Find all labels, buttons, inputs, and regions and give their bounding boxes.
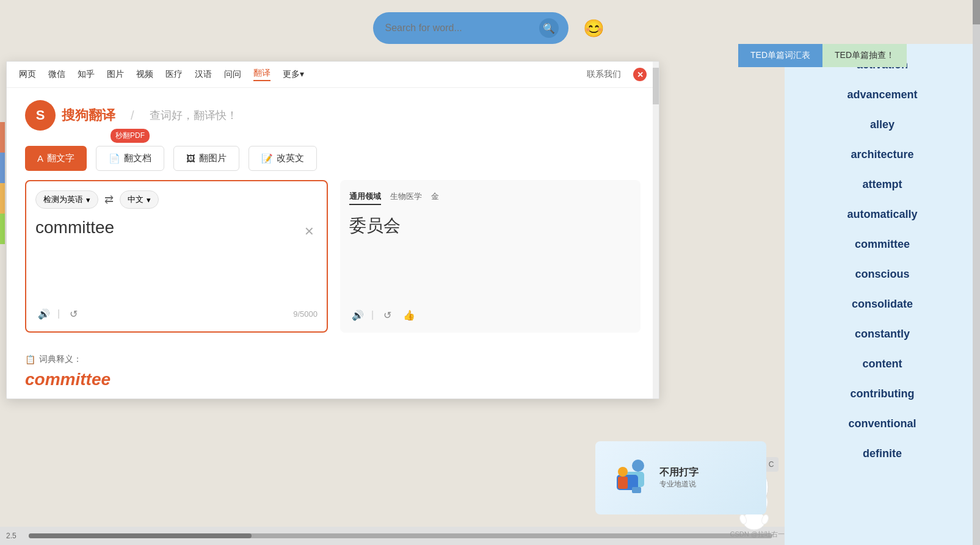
tool-button-row: A 翻文字 秒翻PDF 📄 翻文档 🖼 翻图片 📝 改英文	[7, 140, 659, 180]
logo-icon: S	[25, 100, 56, 131]
nav-video[interactable]: 视频	[136, 69, 153, 80]
word-item-conventional[interactable]: conventional	[785, 409, 980, 439]
word-item-conscious[interactable]: conscious	[785, 259, 980, 289]
improve-english-button[interactable]: 📝 改英文	[249, 146, 317, 171]
improve-icon: 📝	[261, 153, 273, 164]
dict-label: 📋 词典释义：	[25, 354, 641, 365]
nav-zhihu[interactable]: 知乎	[78, 69, 95, 80]
close-button[interactable]: ✕	[633, 68, 647, 81]
domain-finance[interactable]: 金	[431, 189, 439, 205]
ted-vocab-button[interactable]: TED单篇词汇表	[738, 44, 822, 67]
nav-contact[interactable]: 联系我们	[587, 69, 621, 80]
source-lang-dropdown-icon: ▾	[86, 195, 90, 204]
nav-more-dropdown[interactable]: 更多▾	[283, 69, 304, 80]
char-count-display: 9/5000	[293, 309, 318, 319]
popup-scrollbar-thumb[interactable]	[653, 68, 659, 104]
domain-tab-row: 通用领域 生物医学 金	[349, 189, 631, 205]
nav-wechat[interactable]: 微信	[48, 69, 65, 80]
nav-chinese[interactable]: 汉语	[195, 69, 212, 80]
main-scrollbar-track	[973, 0, 980, 545]
translate-text-icon: A	[37, 153, 43, 164]
nav-image[interactable]: 图片	[107, 69, 124, 80]
clear-text-icon[interactable]: ✕	[304, 224, 314, 239]
word-item-constantly[interactable]: constantly	[785, 319, 980, 349]
ad-subtitle: 专业地道说	[659, 479, 757, 489]
nav-translate[interactable]: 翻译	[253, 68, 270, 81]
pdf-badge: 秒翻PDF	[111, 129, 150, 143]
source-lang-label: 检测为英语	[43, 194, 83, 205]
source-header: 检测为英语 ▾ ⇄ 中文 ▾	[35, 190, 318, 209]
refresh-icon-button[interactable]: 😊	[581, 15, 608, 42]
footer-separator-1: |	[57, 308, 60, 319]
word-item-committee[interactable]: committee	[785, 229, 980, 259]
word-item-automatically[interactable]: automatically	[785, 200, 980, 229]
domain-biomedical[interactable]: 生物医学	[390, 189, 422, 205]
improve-english-label: 改英文	[277, 153, 304, 164]
target-lang-dropdown-icon: ▾	[147, 195, 151, 204]
target-speaker-button[interactable]: 🔊	[349, 306, 366, 323]
svg-rect-5	[618, 477, 628, 489]
logo-slogan: 查词好，翻译快！	[150, 108, 238, 123]
swap-languages-icon[interactable]: ⇄	[104, 193, 114, 206]
translate-text-label: 翻文字	[47, 153, 74, 164]
translate-image-label: 翻图片	[199, 153, 227, 164]
dictionary-section: 📋 词典释义： committee	[7, 345, 659, 399]
ted-button-group: TED单篇词汇表 TED单篇抽查！	[738, 44, 907, 67]
word-item-consolidate[interactable]: consolidate	[785, 289, 980, 319]
translation-area: 检测为英语 ▾ ⇄ 中文 ▾ committee ✕ 🔊 | ↺ 9/5000	[7, 180, 659, 345]
main-scrollbar-thumb[interactable]	[973, 0, 980, 24]
ad-figure-image	[604, 453, 653, 502]
word-item-contributing[interactable]: contributing	[785, 379, 980, 409]
ad-title: 不用打字	[659, 466, 757, 479]
word-item-alley[interactable]: alley	[785, 110, 980, 140]
word-item-content[interactable]: content	[785, 349, 980, 379]
top-search-bar: 🔍 😊	[0, 12, 980, 44]
translate-doc-label: 翻文档	[124, 153, 151, 164]
source-text-box: 检测为英语 ▾ ⇄ 中文 ▾ committee ✕ 🔊 | ↺ 9/5000	[25, 180, 328, 333]
translate-image-button[interactable]: 🖼 翻图片	[173, 146, 239, 171]
target-footer-separator: |	[371, 309, 374, 320]
target-footer: 🔊 | ↺ 👍	[349, 306, 631, 323]
ted-extract-button[interactable]: TED单篇抽查！	[822, 44, 907, 67]
word-item-definite[interactable]: definite	[785, 439, 980, 469]
left-decorative-bars	[0, 122, 5, 244]
page-bottom-bar: 2.5	[0, 527, 785, 545]
sogou-translate-popup: 网页 微信 知乎 图片 视频 医疗 汉语 问问 翻译 更多▾ 联系我们 ✕ S …	[6, 61, 659, 399]
search-input[interactable]	[385, 23, 533, 34]
nav-ask[interactable]: 问问	[224, 69, 241, 80]
domain-general[interactable]: 通用领域	[349, 189, 381, 205]
svg-point-4	[618, 467, 628, 477]
zoom-level: 2.5	[6, 532, 16, 540]
source-text-content: committee	[35, 218, 318, 305]
svg-point-0	[632, 460, 644, 472]
nav-medical[interactable]: 医疗	[165, 69, 183, 80]
target-like-button[interactable]: 👍	[401, 306, 418, 323]
search-button[interactable]: 🔍	[539, 18, 559, 38]
word-item-attempt[interactable]: attempt	[785, 170, 980, 200]
source-refresh-button[interactable]: ↺	[65, 305, 82, 322]
csdn-label: CSDN @拉吐右一	[730, 530, 785, 539]
popup-nav-bar: 网页 微信 知乎 图片 视频 医疗 汉语 问问 翻译 更多▾ 联系我们 ✕	[7, 62, 659, 88]
word-item-advancement[interactable]: advancement	[785, 80, 980, 110]
ad-text-area: 不用打字 专业地道说	[659, 466, 757, 489]
logo-area: S 搜狗翻译 / 查词好，翻译快！	[7, 88, 659, 140]
source-footer: 🔊 | ↺ 9/5000	[35, 305, 318, 322]
translate-text-button[interactable]: A 翻文字	[25, 146, 87, 171]
source-lang-selector[interactable]: 检测为英语 ▾	[35, 190, 98, 209]
target-lang-selector[interactable]: 中文 ▾	[120, 190, 159, 209]
ad-panel: 不用打字 专业地道说	[595, 441, 766, 514]
nav-webpage[interactable]: 网页	[19, 69, 36, 80]
word-list-panel: activation advancement alley architectur…	[785, 44, 980, 545]
image-icon: 🖼	[186, 153, 195, 164]
popup-scrollbar-track	[653, 62, 659, 399]
logo-divider: /	[131, 109, 134, 123]
word-item-architecture[interactable]: architecture	[785, 140, 980, 170]
source-speaker-button[interactable]: 🔊	[35, 305, 53, 322]
translation-gap	[328, 180, 340, 333]
dict-word-display: committee	[25, 370, 641, 389]
target-refresh-button[interactable]: ↺	[379, 306, 396, 323]
svg-rect-3	[632, 487, 641, 493]
translate-doc-button[interactable]: 📄 翻文档	[96, 146, 164, 171]
doc-icon: 📄	[109, 153, 120, 164]
search-bar-container: 🔍	[373, 12, 568, 44]
